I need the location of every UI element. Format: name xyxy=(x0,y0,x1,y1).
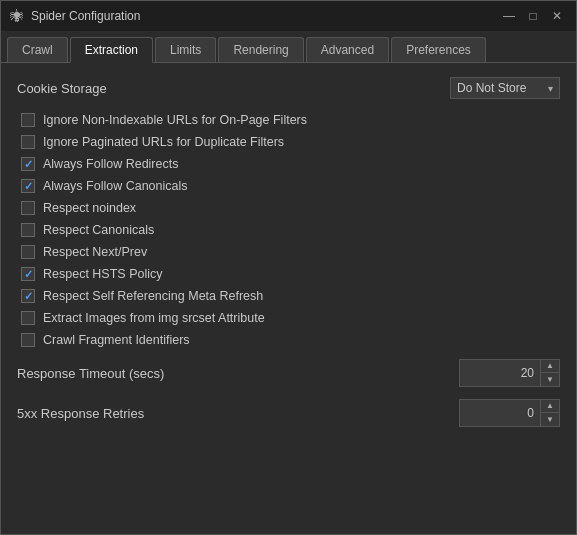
response-timeout-spin-up[interactable]: ▲ xyxy=(541,360,559,373)
checkbox-ignore-non-indexable[interactable] xyxy=(21,113,35,127)
cookie-storage-label: Cookie Storage xyxy=(17,81,107,96)
checkbox-respect-self-referencing[interactable] xyxy=(21,289,35,303)
checkbox-label-extract-images: Extract Images from img srcset Attribute xyxy=(43,311,265,325)
response-retries-spin-down[interactable]: ▼ xyxy=(541,413,559,426)
checkbox-label-crawl-fragment: Crawl Fragment Identifiers xyxy=(43,333,190,347)
tab-preferences[interactable]: Preferences xyxy=(391,37,486,62)
checkbox-row-ignore-non-indexable: Ignore Non-Indexable URLs for On-Page Fi… xyxy=(17,113,560,127)
response-timeout-row: Response Timeout (secs) ▲ ▼ xyxy=(17,359,560,387)
checkbox-label-respect-noindex: Respect noindex xyxy=(43,201,136,215)
cookie-storage-row: Cookie Storage Do Not Store ▾ xyxy=(17,77,560,99)
checkbox-ignore-paginated[interactable] xyxy=(21,135,35,149)
checkbox-row-always-follow-canonicals: Always Follow Canonicals xyxy=(17,179,560,193)
checkbox-row-extract-images: Extract Images from img srcset Attribute xyxy=(17,311,560,325)
tab-rendering[interactable]: Rendering xyxy=(218,37,303,62)
checkbox-respect-hsts[interactable] xyxy=(21,267,35,281)
checkbox-respect-canonicals[interactable] xyxy=(21,223,35,237)
title-bar: 🕷 Spider Configuration — □ ✕ xyxy=(1,1,576,31)
checkbox-extract-images[interactable] xyxy=(21,311,35,325)
checkbox-crawl-fragment[interactable] xyxy=(21,333,35,347)
response-timeout-spinbox-buttons: ▲ ▼ xyxy=(540,360,559,386)
response-retries-row: 5xx Response Retries ▲ ▼ xyxy=(17,399,560,427)
checkbox-label-ignore-non-indexable: Ignore Non-Indexable URLs for On-Page Fi… xyxy=(43,113,307,127)
tab-extraction[interactable]: Extraction xyxy=(70,37,153,63)
checkbox-respect-noindex[interactable] xyxy=(21,201,35,215)
checkbox-row-respect-self-referencing: Respect Self Referencing Meta Refresh xyxy=(17,289,560,303)
main-window: 🕷 Spider Configuration — □ ✕ Crawl Extra… xyxy=(0,0,577,535)
checkbox-row-respect-hsts: Respect HSTS Policy xyxy=(17,267,560,281)
dropdown-arrow-icon: ▾ xyxy=(548,83,553,94)
checkbox-row-always-follow-redirects: Always Follow Redirects xyxy=(17,157,560,171)
cookie-storage-dropdown[interactable]: Do Not Store ▾ xyxy=(450,77,560,99)
tab-crawl[interactable]: Crawl xyxy=(7,37,68,62)
minimize-button[interactable]: — xyxy=(498,5,520,27)
response-retries-spinbox: ▲ ▼ xyxy=(459,399,560,427)
response-retries-label: 5xx Response Retries xyxy=(17,406,144,421)
checkboxes-container: Ignore Non-Indexable URLs for On-Page Fi… xyxy=(17,113,560,347)
app-icon: 🕷 xyxy=(9,8,25,24)
close-button[interactable]: ✕ xyxy=(546,5,568,27)
checkbox-row-ignore-paginated: Ignore Paginated URLs for Duplicate Filt… xyxy=(17,135,560,149)
cookie-storage-value: Do Not Store xyxy=(457,81,526,95)
window-controls: — □ ✕ xyxy=(498,5,568,27)
checkbox-label-respect-next-prev: Respect Next/Prev xyxy=(43,245,147,259)
response-retries-input[interactable] xyxy=(460,400,540,426)
response-retries-spin-up[interactable]: ▲ xyxy=(541,400,559,413)
cookie-storage-dropdown-container: Do Not Store ▾ xyxy=(450,77,560,99)
checkbox-always-follow-redirects[interactable] xyxy=(21,157,35,171)
tab-bar: Crawl Extraction Limits Rendering Advanc… xyxy=(1,31,576,63)
checkbox-label-always-follow-canonicals: Always Follow Canonicals xyxy=(43,179,188,193)
checkbox-always-follow-canonicals[interactable] xyxy=(21,179,35,193)
checkbox-row-crawl-fragment: Crawl Fragment Identifiers xyxy=(17,333,560,347)
content-area: Cookie Storage Do Not Store ▾ Ignore Non… xyxy=(1,63,576,534)
response-timeout-spin-down[interactable]: ▼ xyxy=(541,373,559,386)
checkbox-respect-next-prev[interactable] xyxy=(21,245,35,259)
tab-advanced[interactable]: Advanced xyxy=(306,37,389,62)
checkbox-label-respect-hsts: Respect HSTS Policy xyxy=(43,267,162,281)
checkbox-label-ignore-paginated: Ignore Paginated URLs for Duplicate Filt… xyxy=(43,135,284,149)
response-timeout-input[interactable] xyxy=(460,360,540,386)
checkbox-label-always-follow-redirects: Always Follow Redirects xyxy=(43,157,178,171)
tab-limits[interactable]: Limits xyxy=(155,37,216,62)
response-retries-spinbox-buttons: ▲ ▼ xyxy=(540,400,559,426)
window-title: Spider Configuration xyxy=(31,9,498,23)
response-timeout-spinbox: ▲ ▼ xyxy=(459,359,560,387)
checkbox-row-respect-canonicals: Respect Canonicals xyxy=(17,223,560,237)
checkbox-label-respect-canonicals: Respect Canonicals xyxy=(43,223,154,237)
maximize-button[interactable]: □ xyxy=(522,5,544,27)
checkbox-label-respect-self-referencing: Respect Self Referencing Meta Refresh xyxy=(43,289,263,303)
checkbox-row-respect-noindex: Respect noindex xyxy=(17,201,560,215)
checkbox-row-respect-next-prev: Respect Next/Prev xyxy=(17,245,560,259)
response-timeout-label: Response Timeout (secs) xyxy=(17,366,164,381)
